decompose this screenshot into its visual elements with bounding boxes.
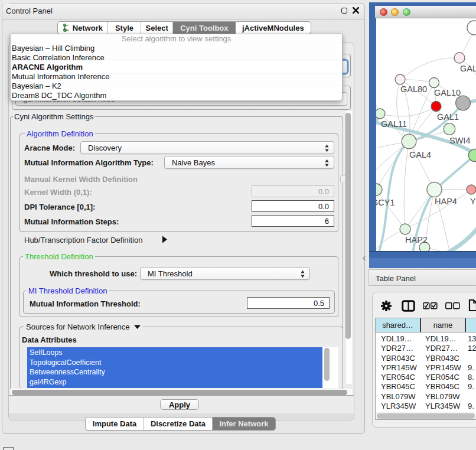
svg-text:GAL4: GAL4: [409, 150, 431, 159]
svg-text:GCY1: GCY1: [376, 198, 395, 207]
svg-text:GAL80: GAL80: [400, 84, 427, 94]
svg-text:HAP4: HAP4: [435, 197, 457, 206]
svg-text:GAL11: GAL11: [381, 119, 407, 129]
svg-text:Y: Y: [470, 197, 476, 206]
svg-text:SWI4: SWI4: [449, 136, 470, 145]
svg-text:GAL: GAL: [460, 64, 476, 73]
svg-text:GAL1: GAL1: [437, 112, 459, 122]
svg-text:HAP2: HAP2: [405, 235, 428, 244]
svg-text:GAL10: GAL10: [434, 88, 461, 97]
